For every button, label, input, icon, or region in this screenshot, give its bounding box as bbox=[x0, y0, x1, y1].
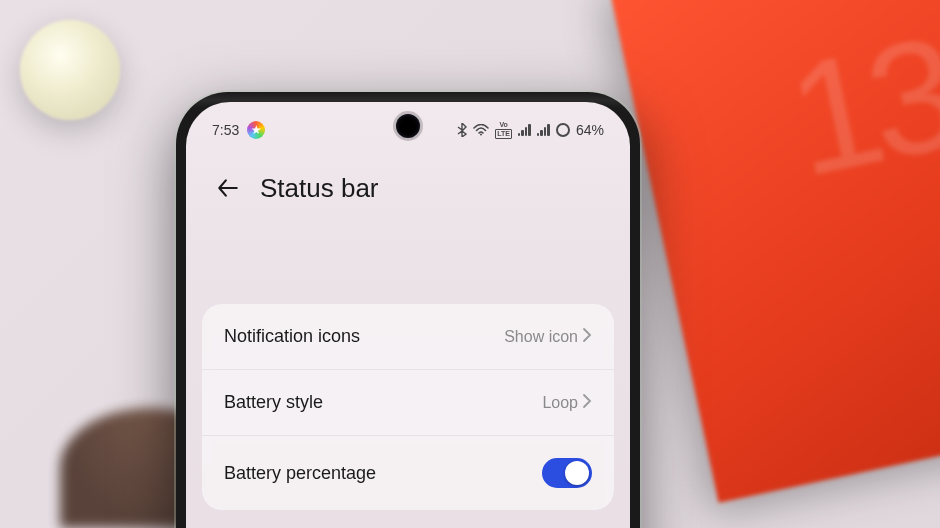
setting-label: Notification icons bbox=[224, 326, 360, 347]
svg-point-0 bbox=[480, 134, 482, 136]
setting-battery-style[interactable]: Battery style Loop bbox=[202, 369, 614, 435]
setting-notification-icons[interactable]: Notification icons Show icon bbox=[202, 304, 614, 369]
photos-app-notification-icon bbox=[247, 121, 265, 139]
page-header: Status bar bbox=[186, 144, 630, 224]
camera-cutout bbox=[396, 114, 420, 138]
background-box-prop bbox=[609, 0, 940, 503]
battery-percentage-text: 64% bbox=[576, 122, 604, 138]
page-title: Status bar bbox=[260, 173, 379, 204]
background-clock-prop bbox=[20, 20, 120, 120]
volte-indicator: VoLTE bbox=[495, 121, 512, 139]
battery-percentage-toggle[interactable] bbox=[542, 458, 592, 488]
chevron-right-icon bbox=[582, 327, 592, 347]
wifi-icon bbox=[473, 124, 489, 136]
signal-sim2-icon bbox=[537, 124, 550, 136]
battery-loop-icon bbox=[556, 123, 570, 137]
phone-frame: 7:53 VoLTE 64% bbox=[176, 92, 640, 528]
setting-label: Battery percentage bbox=[224, 463, 376, 484]
clock-time: 7:53 bbox=[212, 122, 239, 138]
arrow-left-icon bbox=[215, 175, 241, 201]
chevron-right-icon bbox=[582, 393, 592, 413]
back-button[interactable] bbox=[212, 172, 244, 204]
settings-list: Notification icons Show icon Battery sty… bbox=[202, 304, 614, 510]
setting-battery-percentage[interactable]: Battery percentage bbox=[202, 435, 614, 510]
setting-label: Battery style bbox=[224, 392, 323, 413]
bluetooth-icon bbox=[457, 123, 467, 137]
signal-sim1-icon bbox=[518, 124, 531, 136]
phone-screen: 7:53 VoLTE 64% bbox=[186, 102, 630, 528]
setting-value: Loop bbox=[542, 394, 578, 412]
toggle-knob bbox=[565, 461, 589, 485]
setting-value: Show icon bbox=[504, 328, 578, 346]
